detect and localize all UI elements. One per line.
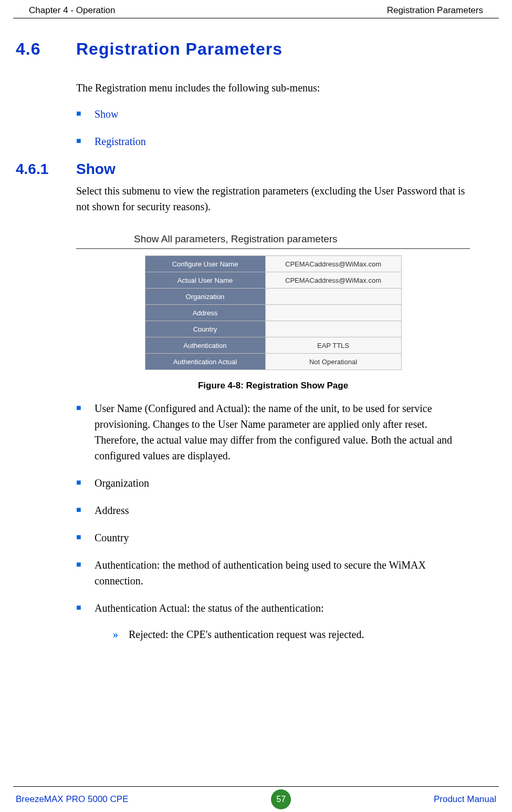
page-number-badge: 57 [271, 789, 291, 809]
section-heading: 4.6 Registration Parameters [16, 39, 470, 59]
subsection-number: 4.6.1 [16, 161, 76, 178]
param-label: Address [145, 305, 265, 321]
subsection-heading: 4.6.1 Show [16, 161, 470, 178]
page-header: Chapter 4 - Operation Registration Param… [13, 0, 499, 18]
list-item: User Name (Configured and Actual): the n… [76, 400, 470, 464]
list-item: Country [76, 530, 470, 546]
table-row: Address [145, 305, 401, 321]
list-item-text: Authentication Actual: the status of the… [95, 602, 324, 614]
subsection-body: Select this submenu to view the registra… [76, 183, 470, 214]
table-row: Configure User NameCPEMACaddress@WiMax.c… [145, 256, 401, 272]
param-label: Authentication [145, 337, 265, 354]
subsection-title: Show [76, 161, 116, 178]
param-value [265, 289, 401, 305]
link-show[interactable]: Show [76, 106, 470, 122]
param-value: CPEMACaddress@WiMax.com [265, 256, 401, 272]
footer-left: BreezeMAX PRO 5000 CPE [16, 794, 128, 805]
table-row: Authentication ActualNot Operational [145, 354, 401, 370]
section-number: 4.6 [16, 39, 76, 59]
section-title: Registration Parameters [76, 39, 283, 59]
param-label: Organization [145, 289, 265, 305]
list-item: Authentication Actual: the status of the… [76, 600, 470, 642]
figure-bar-title: Show All parameters, Registration parame… [76, 230, 470, 249]
table-row: Organization [145, 289, 401, 305]
header-left: Chapter 4 - Operation [29, 5, 115, 16]
link-registration[interactable]: Registration [76, 133, 470, 149]
page-footer: BreezeMAX PRO 5000 CPE 57 Product Manual [13, 786, 499, 812]
param-value: Not Operational [265, 354, 401, 370]
list-item: Authentication: the method of authentica… [76, 557, 470, 589]
table-row: AuthenticationEAP TTLS [145, 337, 401, 354]
parameters-table: Configure User NameCPEMACaddress@WiMax.c… [145, 255, 402, 370]
list-item: Organization [76, 475, 470, 491]
figure: Show All parameters, Registration parame… [76, 230, 470, 391]
list-item: Address [76, 502, 470, 518]
table-row: Actual User NameCPEMACaddress@WiMax.com [145, 272, 401, 289]
footer-right: Product Manual [434, 794, 496, 805]
description-list: User Name (Configured and Actual): the n… [76, 400, 470, 642]
param-value: CPEMACaddress@WiMax.com [265, 272, 401, 289]
param-label: Configure User Name [145, 256, 265, 272]
table-row: Country [145, 321, 401, 337]
sub-list-item: Rejected: the CPE's authentication reque… [113, 626, 470, 642]
param-label: Country [145, 321, 265, 337]
section-intro: The Registration menu includes the follo… [76, 80, 470, 96]
param-value [265, 321, 401, 337]
page: Chapter 4 - Operation Registration Param… [0, 0, 512, 812]
param-label: Authentication Actual [145, 354, 265, 370]
sub-list: Rejected: the CPE's authentication reque… [113, 626, 470, 642]
param-value [265, 305, 401, 321]
header-right: Registration Parameters [387, 5, 483, 16]
submenu-links: Show Registration [76, 106, 470, 149]
param-value: EAP TTLS [265, 337, 401, 354]
param-label: Actual User Name [145, 272, 265, 289]
figure-caption: Figure 4-8: Registration Show Page [76, 381, 470, 391]
content: 4.6 Registration Parameters The Registra… [0, 18, 512, 642]
